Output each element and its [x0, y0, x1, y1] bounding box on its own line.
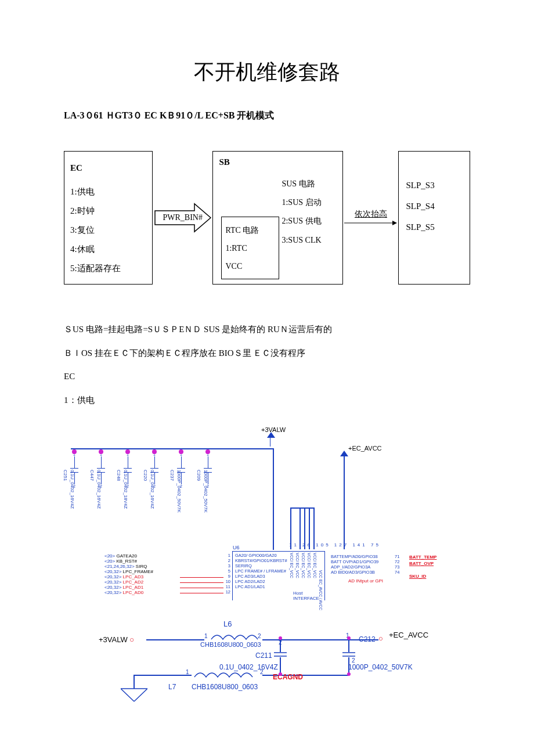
junction-icon — [179, 449, 183, 454]
host-interface-label: HostINTERFACE — [293, 591, 319, 601]
batt-net: BATT_TEMP — [409, 554, 436, 560]
vcc-label: VCC/ EC_VCC — [289, 553, 294, 578]
vcc-label: VCC — [318, 570, 323, 578]
chip-batt-red: BATT_TEMPBATT_OVP SKU_ID — [409, 554, 436, 579]
capacitor: 1 2 C220 0.1U_0402_16V4Z — [144, 452, 165, 488]
page-title: 不开机维修套路 — [64, 58, 470, 87]
lc-3valw: +3VALW ○ — [99, 635, 134, 644]
wire — [290, 507, 315, 509]
rtc-item: VCC — [225, 258, 275, 276]
arrow-label: 依次抬高 — [355, 209, 387, 219]
lc-C212: C212 — [359, 635, 376, 643]
svg-text:1: 1 — [204, 633, 208, 639]
lc-C211: C211 — [255, 651, 272, 660]
batt-pin-num: 73 — [395, 564, 399, 570]
chip-batt-pins: BATTEMP/AD0/GPIO38BATT OVP/AD1/GPIO39ADP… — [331, 554, 378, 575]
svg-point-12 — [279, 672, 282, 676]
vcc-pin-numbers: 11 26 105 127 141 75 — [289, 542, 381, 548]
wire — [273, 448, 274, 550]
arrow-raise: 依次抬高 — [343, 209, 398, 226]
ec-box: EC 1:供电 2:时钟 3:复位 4:休眠 5:适配器存在 — [64, 151, 153, 285]
batt-pin-num: 72 — [395, 559, 399, 564]
svg-line-8 — [121, 689, 134, 701]
signal-row: <20,32> LPC_AD0 — [104, 590, 153, 595]
capacitor: 1 2 C237 1000P_0402_50V7K — [171, 452, 192, 488]
lc-L7-part: CHB1608U800_0603 — [192, 683, 258, 691]
lc-C212-val: 1000P_0402_50V7K — [348, 663, 413, 671]
vcc-label: VCC/ EC_VCC — [301, 553, 306, 578]
sus-item: 1:SUS 启动 — [282, 193, 321, 212]
para3: EC — [64, 366, 470, 387]
signal-row: <20> KB_RST# — [104, 559, 153, 564]
capacitor: 1 2 C248 0.1U_0402_18V4Z — [117, 452, 138, 488]
svg-line-9 — [134, 689, 147, 701]
rtc-title: RTC 电路 — [225, 222, 275, 240]
sb-box: SB SUS 电路 1:SUS 启动 2:SUS 供电 3:SUS CLK RT… — [212, 151, 343, 285]
slp-item: SLP_S3 — [406, 175, 463, 196]
lc-L7: L7 — [168, 683, 176, 691]
chip-pin-label: KBRST#/GPIO01/KBRST# — [235, 558, 287, 563]
ec-item: 1:供电 — [70, 182, 146, 201]
chip-pin-label: GA20/ GPIO00/GA20 — [235, 553, 287, 558]
ec-item: 4:休眠 — [70, 240, 146, 259]
flow-diagram: EC 1:供电 2:时钟 3:复位 4:休眠 5:适配器存在 PWR_BIN# … — [64, 151, 470, 285]
lc-L6: L6 — [223, 620, 232, 628]
sb-header: SB — [219, 157, 337, 167]
slp-item: SLP_S5 — [406, 217, 463, 237]
batt-pin: ADP_I/AD2/GPIO3A — [331, 564, 378, 570]
ec-item: 3:复位 — [70, 221, 146, 240]
para2: ＢＩOS 挂在ＥＣ下的架构ＥＣ程序放在 BIOＳ里 ＥＣ没有程序 — [64, 343, 470, 363]
ec-header: EC — [70, 159, 146, 178]
sb-rtc-box: RTC 电路 1:RTC VCC — [221, 217, 279, 279]
arrow-pwrbin: PWR_BIN# — [153, 200, 212, 235]
red-wires — [180, 555, 226, 596]
wire — [344, 455, 345, 549]
batt-pin: BATT OVP/AD1/GPIO39 — [331, 559, 378, 564]
chip-left-pins: GA20/ GPIO00/GA20KBRST#/GPIO01/KBRST#SER… — [235, 553, 287, 589]
sb-sus-col: SUS 电路 1:SUS 启动 2:SUS 供电 3:SUS CLK — [282, 175, 321, 250]
capacitor-bank: 1 2 C251 0.1U_0402_16V4Z 1 2 C447 0.1U_0… — [64, 452, 250, 539]
subtitle: LA-3０61 ＨGT3０ EC KＢ91０/L EC+SB 开机模式 — [64, 110, 470, 122]
junction-icon — [125, 449, 130, 454]
left-signals: <20> GATEA20<20> KB_RST#<21,24,26,32> SI… — [104, 553, 153, 595]
chip-pin-label: LPC AD3/LAD3 — [235, 574, 287, 579]
rtc-item: 1:RTC — [225, 240, 275, 258]
lc-avcc: +EC_AVCC — [389, 631, 428, 639]
lc-L6-part: CHB1608U800_0603 — [200, 641, 261, 648]
schematic-diagram: +3VALW +EC_AVCC 1 2 C251 0.1U_0402_16V4Z… — [64, 420, 470, 699]
batt-pin: AD BID0/AD3/GPIO3B — [331, 570, 378, 575]
arrow-label: PWR_BIN# — [163, 213, 203, 222]
chip-pin-label: SERIRQ — [235, 563, 287, 568]
signal-row: <20,32> LPC_AD2 — [104, 579, 153, 585]
line-arrow-icon — [343, 219, 398, 226]
junction-icon — [152, 449, 157, 454]
batt-net: BATT_OVP — [409, 560, 436, 567]
body-text: ＳUS 电路=挂起电路=SＵＳＰEＮＤ SUS 是始终有的 RUＮ运营后有的 Ｂ… — [64, 319, 470, 410]
batt-pin: BATTEMP/AD0/GPIO38 — [331, 554, 378, 559]
ground-icon — [121, 687, 147, 703]
power-arrow-icon — [267, 432, 275, 438]
chip-batt-nums: 71727374 — [395, 554, 399, 575]
junction-icon — [277, 635, 283, 641]
chip-vcc-labels: VCC/ EC_VCCVCC/ EC_VCCVCC/ EC_VCCVCC/ EC… — [287, 553, 323, 611]
signal-row: <20> GATEA20 — [104, 553, 153, 559]
sus-title: SUS 电路 — [282, 175, 321, 193]
slp-box: SLP_S3 SLP_S4 SLP_S5 — [398, 151, 470, 285]
batt-net: SKU_ID — [409, 573, 436, 579]
batt-pin-num: 71 — [395, 554, 399, 559]
svg-text:2: 2 — [258, 633, 261, 639]
capacitor-icon — [342, 651, 355, 657]
signal-row: <20,32> LPC_AD1 — [104, 585, 153, 590]
junction-icon — [205, 449, 210, 454]
sus-item: 3:SUS CLK — [282, 231, 321, 250]
capacitor: 1 2 C209 1000P_0402_50V7K — [197, 452, 218, 488]
chip-pin-label: LPC AD1/LAD1 — [235, 584, 287, 589]
ad-note: AD INtput or GPI — [348, 578, 383, 584]
signal-row: <20,32> LPC_FRAME# — [104, 569, 153, 574]
capacitor-icon — [274, 651, 287, 657]
junction-icon — [277, 671, 283, 677]
vcc-label: VCC/ EC_VCC — [295, 553, 300, 578]
svg-point-13 — [347, 672, 351, 676]
batt-net — [409, 567, 436, 573]
chip-pin-label: LPC FRAME# / LFRAME# — [235, 568, 287, 574]
